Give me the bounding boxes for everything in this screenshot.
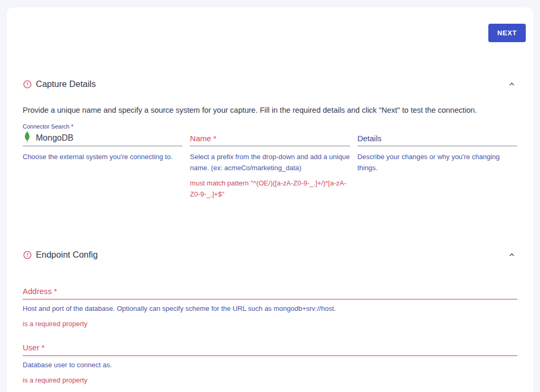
- connector-search-field: Connector Search * MongoDB Choose the ex…: [23, 123, 182, 220]
- details-label: Details: [358, 134, 382, 143]
- address-helper: Host and port of the database. Optionall…: [23, 303, 517, 314]
- capture-fields-grid: Connector Search * MongoDB Choose the ex…: [23, 123, 517, 220]
- user-field: User * Database user to connect as. is a…: [23, 343, 517, 386]
- user-helper: Database user to connect as.: [23, 359, 517, 370]
- chevron-up-icon[interactable]: [507, 250, 516, 259]
- details-field: Details Describe your changes or why you…: [358, 123, 517, 220]
- capture-description: Provide a unique name and specify a sour…: [23, 106, 517, 114]
- endpoint-config-header[interactable]: Endpoint Config: [23, 250, 517, 260]
- chevron-up-icon[interactable]: [507, 80, 516, 89]
- name-input[interactable]: Name *: [190, 123, 350, 146]
- details-input[interactable]: Details: [358, 123, 517, 146]
- form-card: NEXT Capture Details Provide a unique na…: [7, 7, 533, 392]
- next-button[interactable]: NEXT: [488, 24, 526, 42]
- action-button-row: NEXT: [23, 24, 526, 42]
- address-field: Address * Host and port of the database.…: [23, 287, 517, 330]
- error-outline-icon: [23, 250, 32, 260]
- connector-search-label: Connector Search *: [23, 123, 182, 133]
- section-title-capture: Capture Details: [36, 79, 507, 89]
- section-title-endpoint: Endpoint Config: [36, 250, 507, 260]
- address-label: Address *: [23, 287, 57, 296]
- address-input[interactable]: Address *: [23, 287, 517, 300]
- user-error: is a required property: [23, 375, 517, 386]
- details-helper: Describe your changes or why you're chan…: [358, 151, 517, 174]
- error-outline-icon: [23, 80, 32, 89]
- user-input[interactable]: User *: [23, 343, 517, 356]
- name-field: Name * Select a prefix from the drop-dow…: [190, 123, 350, 220]
- address-error: is a required property: [23, 318, 517, 329]
- connector-search-input[interactable]: MongoDB: [23, 133, 182, 146]
- name-helper: Select a prefix from the drop-down and a…: [190, 151, 350, 174]
- name-label: Name *: [190, 134, 216, 143]
- capture-details-header[interactable]: Capture Details: [23, 79, 517, 89]
- connector-search-helper: Choose the external system you're connec…: [23, 151, 182, 162]
- user-label: User *: [23, 343, 45, 352]
- connector-search-value: MongoDB: [36, 133, 73, 143]
- mongodb-leaf-icon: [24, 131, 31, 143]
- name-error: must match pattern "^(OE/)([a-zA-Z0-9-_.…: [190, 178, 350, 200]
